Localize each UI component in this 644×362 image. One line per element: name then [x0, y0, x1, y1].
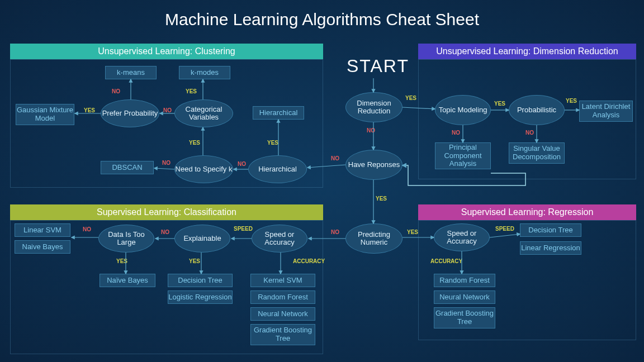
node-explainable: Explainable: [174, 225, 230, 253]
lbl: YES: [186, 88, 197, 94]
node-hierarchical-q: Hierarchical: [248, 155, 307, 183]
algo-decision-tree-r: Decision Tree: [520, 223, 581, 237]
algo-kmeans: k-means: [105, 66, 157, 79]
lbl: NO: [83, 226, 91, 232]
lbl: NO: [331, 229, 339, 235]
algo-gbt-r: Gradient Boosting Tree: [434, 307, 495, 328]
algo-neural-net-c: Neural Network: [250, 307, 315, 321]
header-classification: Supervised Learning: Classification: [10, 204, 323, 220]
algo-random-forest-c: Random Forest: [250, 290, 315, 304]
algo-kernel-svm: Kernel SVM: [250, 274, 315, 287]
header-regression: Supervised Learning: Regression: [418, 204, 636, 220]
lbl: SPEED: [495, 226, 514, 232]
algo-naive-bayes-1: Naive Bayes: [15, 240, 70, 254]
lbl: YES: [189, 140, 200, 146]
lbl: YES: [84, 107, 95, 113]
lbl: YES: [405, 95, 416, 101]
lbl: NO: [452, 130, 460, 136]
lbl: YES: [189, 258, 200, 264]
algo-pca: Principal Component Analysis: [435, 142, 491, 169]
algo-gbt-c: Gradient Boosting Tree: [250, 324, 315, 345]
node-speed-accuracy-c: Speed or Accuracy: [252, 225, 307, 253]
algo-decision-tree-c: Decision Tree: [168, 274, 233, 287]
lbl: YES: [566, 98, 577, 104]
algo-random-forest-r: Random Forest: [434, 274, 495, 287]
algo-gmm: Gaussian Mixture Model: [16, 104, 74, 125]
header-clustering: Unsupervised Learning: Clustering: [10, 44, 323, 59]
node-speed-accuracy-r: Speed or Accuracy: [434, 223, 490, 251]
algo-kmodes: k-modes: [179, 66, 230, 79]
lbl: NO: [112, 88, 120, 94]
node-data-too-large: Data Is Too Large: [98, 225, 154, 253]
lbl: NO: [238, 161, 246, 167]
algo-neural-net-r: Neural Network: [434, 290, 495, 304]
lbl: NO: [367, 127, 375, 134]
header-dimred: Unsupervised Learning: Dimension Reducti…: [418, 44, 636, 59]
lbl: NO: [331, 155, 339, 161]
lbl: YES: [407, 229, 418, 235]
node-probabilistic: Probabilistic: [509, 95, 565, 125]
page-title: Machine Learning Algorithms Cheat Sheet: [0, 0, 644, 29]
algo-logistic-reg: Logistic Regression: [168, 290, 233, 304]
algo-hierarchical: Hierarchical: [253, 106, 304, 120]
node-topic-modeling: Topic Modeling: [435, 95, 491, 125]
lbl: ACCURACY: [293, 258, 325, 264]
lbl: NO: [161, 229, 169, 235]
node-prefer-probability: Prefer Probability: [101, 99, 159, 127]
algo-svd: Singular Value Decomposition: [509, 142, 565, 164]
lbl: YES: [267, 140, 278, 146]
algo-linear-regression: Linear Regression: [520, 241, 581, 255]
lbl: NO: [525, 130, 534, 136]
lbl: YES: [494, 101, 505, 107]
algo-dbscan: DBSCAN: [101, 161, 154, 174]
node-categorical-vars: Categorical Variables: [174, 99, 233, 127]
lbl: YES: [116, 258, 127, 264]
algo-naive-bayes-2: Naïve Bayes: [100, 274, 155, 287]
lbl: YES: [376, 196, 387, 202]
lbl: SPEED: [234, 226, 253, 232]
lbl: ACCURACY: [430, 258, 462, 264]
lbl: NO: [163, 107, 172, 113]
algo-lda: Latent Dirichlet Analysis: [579, 101, 633, 122]
node-dim-reduction: Dimension Reduction: [345, 92, 402, 122]
algo-linear-svm: Linear SVM: [15, 223, 70, 237]
node-predicting-numeric: Predicting Numeric: [345, 223, 402, 254]
node-have-responses: Have Reponses: [345, 150, 402, 180]
start-label: START: [347, 56, 409, 77]
node-need-specify-k: Need to Specify k: [174, 155, 233, 183]
lbl: NO: [162, 160, 171, 166]
